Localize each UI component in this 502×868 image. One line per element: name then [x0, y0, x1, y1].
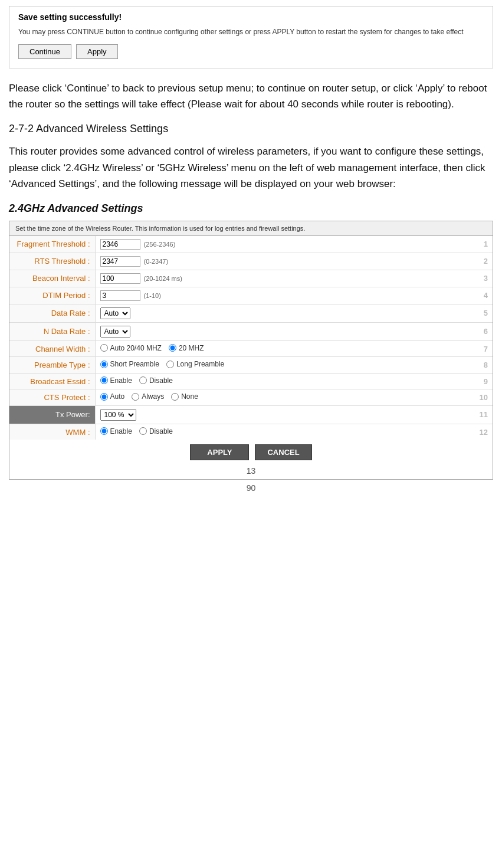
prose-advanced: This router provides some advanced contr…	[9, 143, 493, 192]
setting-value[interactable]: (20-1024 ms)	[95, 270, 448, 287]
table-row: N Data Rate :Auto6	[9, 322, 493, 340]
range-hint: (20-1024 ms)	[144, 275, 182, 282]
row-number: 1	[448, 236, 493, 253]
row-number: 10	[448, 389, 493, 406]
setting-value[interactable]: (0-2347)	[95, 253, 448, 270]
prose-continue: Please click ‘Continue’ to back to previ…	[9, 80, 493, 112]
setting-value[interactable]: Auto	[95, 304, 448, 322]
range-hint: (0-2347)	[144, 258, 169, 265]
table-row: CTS Protect : Auto Always None10	[9, 389, 493, 406]
setting-value[interactable]: Short Preamble Long Preamble	[95, 357, 448, 374]
radio-option[interactable]: 20 MHZ	[169, 344, 204, 352]
table-row: Broadcast Essid : Enable Disable9	[9, 373, 493, 389]
setting-value[interactable]: Auto Always None	[95, 389, 448, 406]
table-row: Fragment Threshold :(256-2346)1	[9, 236, 493, 253]
table-row: WMM : Enable Disable12	[9, 424, 493, 440]
row-number: 11	[448, 405, 493, 424]
row-number: 3	[448, 270, 493, 287]
continue-button[interactable]: Continue	[18, 44, 71, 59]
advanced-settings-panel: Set the time zone of the Wireless Router…	[9, 221, 493, 480]
radio-option[interactable]: None	[171, 392, 198, 401]
range-hint: (256-2346)	[144, 241, 176, 248]
radio-option[interactable]: Auto	[100, 392, 125, 401]
setting-value[interactable]: Enable Disable	[95, 424, 448, 440]
setting-label: Fragment Threshold :	[9, 236, 95, 253]
range-hint: (1-10)	[144, 292, 161, 299]
row-number: 4	[448, 287, 493, 304]
setting-label: N Data Rate :	[9, 322, 95, 340]
table-row: Preamble Type : Short Preamble Long Prea…	[9, 357, 493, 374]
radio-option[interactable]: Always	[132, 392, 164, 401]
save-btn-row: Continue Apply	[18, 44, 484, 59]
setting-label: RTS Threshold :	[9, 253, 95, 270]
setting-label: CTS Protect :	[9, 389, 95, 406]
radio-option[interactable]: Enable	[100, 376, 132, 385]
radio-option[interactable]: Disable	[139, 376, 173, 385]
table-row: Channel Width : Auto 20/40 MHZ 20 MHZ7	[9, 340, 493, 357]
row-number: 5	[448, 304, 493, 322]
setting-select[interactable]: 100 %	[100, 409, 136, 421]
row-number: 6	[448, 322, 493, 340]
setting-label: DTIM Period :	[9, 287, 95, 304]
setting-value[interactable]: (1-10)	[95, 287, 448, 304]
cancel-button[interactable]: CANCEL	[255, 444, 311, 460]
setting-label: Channel Width :	[9, 340, 95, 357]
row-number: 8	[448, 357, 493, 374]
table-row: DTIM Period :(1-10)4	[9, 287, 493, 304]
save-settings-box: Save setting successfully! You may press…	[9, 6, 493, 68]
apply-button[interactable]: APPLY	[190, 444, 249, 460]
panel-info-text: Set the time zone of the Wireless Router…	[9, 221, 493, 236]
setting-label: Tx Power:	[9, 405, 95, 424]
save-title: Save setting successfully!	[18, 12, 484, 22]
radio-option[interactable]: Disable	[139, 427, 173, 435]
page-number: 90	[9, 483, 493, 493]
setting-input[interactable]	[100, 273, 140, 284]
setting-input[interactable]	[100, 290, 140, 301]
row-number: 12	[448, 424, 493, 440]
setting-label: Beacon Interval :	[9, 270, 95, 287]
radio-option[interactable]: Long Preamble	[166, 360, 224, 368]
setting-value[interactable]: Auto	[95, 322, 448, 340]
table-row: Tx Power:100 %11	[9, 405, 493, 424]
row-number: 9	[448, 373, 493, 389]
apply-top-button[interactable]: Apply	[76, 44, 118, 59]
save-desc: You may press CONTINUE button to continu…	[18, 27, 484, 37]
setting-select[interactable]: Auto	[100, 307, 130, 319]
table-row: Beacon Interval :(20-1024 ms)3	[9, 270, 493, 287]
radio-option[interactable]: Auto 20/40 MHZ	[100, 344, 162, 352]
setting-label: Broadcast Essid :	[9, 373, 95, 389]
setting-label: WMM :	[9, 424, 95, 440]
setting-label: Preamble Type :	[9, 357, 95, 374]
radio-option[interactable]: Enable	[100, 427, 132, 435]
row-num-13: 13	[9, 466, 493, 479]
setting-select[interactable]: Auto	[100, 326, 130, 338]
table-row: RTS Threshold :(0-2347)2	[9, 253, 493, 270]
setting-value[interactable]: Auto 20/40 MHZ 20 MHZ	[95, 340, 448, 357]
section-heading-24ghz: 2.4GHz Advanced Settings	[9, 202, 493, 215]
row-number: 2	[448, 253, 493, 270]
radio-option[interactable]: Short Preamble	[100, 360, 159, 368]
setting-label: Data Rate :	[9, 304, 95, 322]
bottom-btn-row: APPLY CANCEL	[9, 440, 493, 466]
table-row: Data Rate :Auto5	[9, 304, 493, 322]
setting-input[interactable]	[100, 256, 140, 267]
setting-value[interactable]: (256-2346)	[95, 236, 448, 253]
setting-value[interactable]: 100 %	[95, 405, 448, 424]
setting-value[interactable]: Enable Disable	[95, 373, 448, 389]
setting-input[interactable]	[100, 239, 140, 250]
row-number: 7	[448, 340, 493, 357]
section-heading-advanced: 2-7-2 Advanced Wireless Settings	[9, 123, 493, 135]
settings-table: Fragment Threshold :(256-2346)1RTS Thres…	[9, 236, 493, 440]
